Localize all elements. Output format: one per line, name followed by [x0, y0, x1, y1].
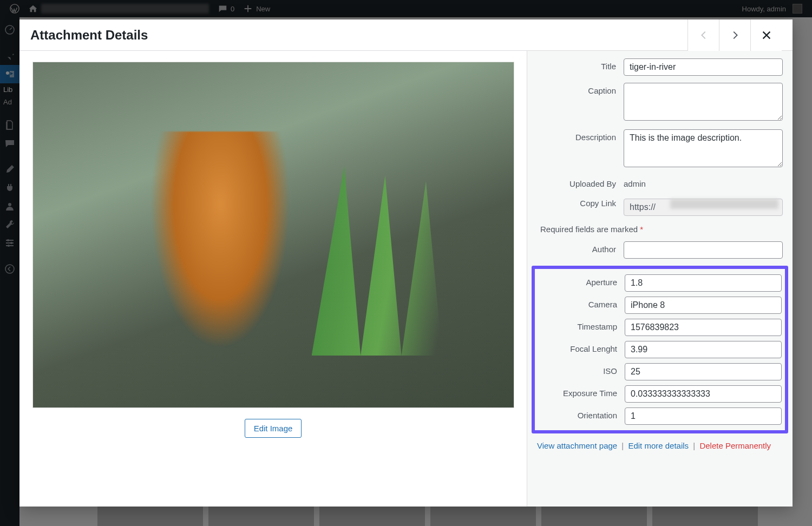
- edit-image-button[interactable]: Edit Image: [245, 419, 302, 438]
- prev-button[interactable]: [687, 19, 719, 51]
- description-input[interactable]: [624, 129, 783, 167]
- uploaded-by-value: admin: [624, 176, 783, 188]
- author-input[interactable]: [624, 241, 783, 259]
- details-pane: Title Caption Description Uploaded By ad…: [527, 51, 793, 507]
- uploaded-by-label: Uploaded By: [537, 176, 624, 188]
- exif-fields-highlight: Aperture Camera Timestamp Focal Lenght I…: [532, 266, 788, 433]
- orientation-input[interactable]: [625, 407, 782, 425]
- orientation-label: Orientation: [538, 407, 625, 420]
- focal-label: Focal Lenght: [538, 341, 625, 353]
- chevron-left-icon: [698, 29, 710, 41]
- attachment-details-modal: Attachment Details Edit Image Title Capt…: [19, 19, 793, 507]
- exposure-input[interactable]: [625, 385, 782, 403]
- timestamp-label: Timestamp: [538, 319, 625, 331]
- description-label: Description: [537, 129, 624, 142]
- title-input[interactable]: [624, 58, 783, 76]
- attachment-actions: View attachment page | Edit more details…: [537, 441, 783, 450]
- aperture-input[interactable]: [625, 274, 782, 292]
- attachment-preview-image: [32, 62, 514, 408]
- timestamp-input[interactable]: [625, 319, 782, 336]
- next-button[interactable]: [719, 19, 750, 51]
- iso-input[interactable]: [625, 363, 782, 380]
- caption-label: Caption: [537, 83, 624, 95]
- modal-header: Attachment Details: [19, 19, 793, 51]
- title-label: Title: [537, 58, 624, 71]
- close-icon: [761, 29, 772, 41]
- copy-link-label: Copy Link: [537, 195, 624, 208]
- camera-input[interactable]: [625, 297, 782, 314]
- author-label: Author: [537, 241, 624, 254]
- iso-label: ISO: [538, 363, 625, 376]
- preview-pane: Edit Image: [19, 51, 527, 507]
- caption-input[interactable]: [624, 83, 783, 121]
- close-button[interactable]: [750, 19, 782, 51]
- focal-input[interactable]: [625, 341, 782, 358]
- exposure-label: Exposure Time: [538, 385, 625, 398]
- modal-title: Attachment Details: [30, 28, 148, 43]
- copy-link-redacted: [670, 199, 778, 209]
- aperture-label: Aperture: [538, 274, 625, 287]
- required-note: Required fields are marked *: [540, 225, 780, 234]
- delete-permanently-link[interactable]: Delete Permanently: [699, 441, 771, 450]
- modal-nav: [687, 19, 782, 51]
- edit-more-details-link[interactable]: Edit more details: [628, 441, 689, 450]
- chevron-right-icon: [729, 29, 741, 41]
- camera-label: Camera: [538, 297, 625, 309]
- view-attachment-link[interactable]: View attachment page: [537, 441, 617, 450]
